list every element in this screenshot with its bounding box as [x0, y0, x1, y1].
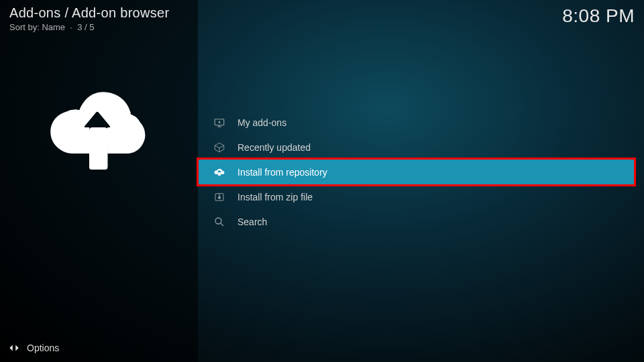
sidebar: [0, 0, 198, 362]
menu-item-recently-updated[interactable]: Recently updated: [199, 135, 634, 160]
menu-item-label: My add-ons: [237, 117, 286, 128]
footer-options[interactable]: Options: [8, 342, 59, 354]
menu-item-label: Install from repository: [237, 167, 327, 178]
svg-rect-9: [219, 196, 220, 198]
svg-point-10: [215, 218, 221, 224]
options-label: Options: [27, 343, 59, 353]
list-position: 3 / 5: [77, 22, 94, 32]
menu-item-label: Install from zip file: [237, 192, 313, 202]
menu-item-my-addons[interactable]: My add-ons: [199, 110, 634, 135]
menu-list: My add-ons Recently updated Install from…: [199, 110, 634, 234]
sort-info: Sort by: Name · 3 / 5: [9, 22, 169, 32]
menu-item-install-zip[interactable]: Install from zip file: [199, 184, 634, 209]
box-icon: [213, 141, 225, 154]
sort-label: Sort by: Name: [9, 22, 65, 32]
menu-item-label: Search: [237, 217, 267, 227]
zip-icon: [213, 191, 225, 203]
menu-item-install-repository[interactable]: Install from repository: [199, 160, 634, 184]
svg-point-5: [219, 121, 220, 123]
options-arrows-icon: [8, 342, 20, 354]
menu-item-search[interactable]: Search: [199, 209, 634, 234]
download-cloud-icon: [40, 74, 154, 188]
header: Add-ons / Add-on browser Sort by: Name ·…: [9, 5, 635, 32]
svg-rect-1: [89, 127, 107, 170]
svg-rect-6: [218, 172, 221, 176]
display-icon: [213, 117, 225, 129]
clock: 8:08 PM: [562, 5, 635, 32]
cloud-download-icon: [213, 166, 225, 178]
svg-line-11: [221, 223, 223, 225]
menu-item-label: Recently updated: [237, 142, 311, 153]
search-icon: [213, 216, 225, 228]
header-left: Add-ons / Add-on browser Sort by: Name ·…: [9, 5, 169, 32]
breadcrumb: Add-ons / Add-on browser: [9, 5, 169, 21]
